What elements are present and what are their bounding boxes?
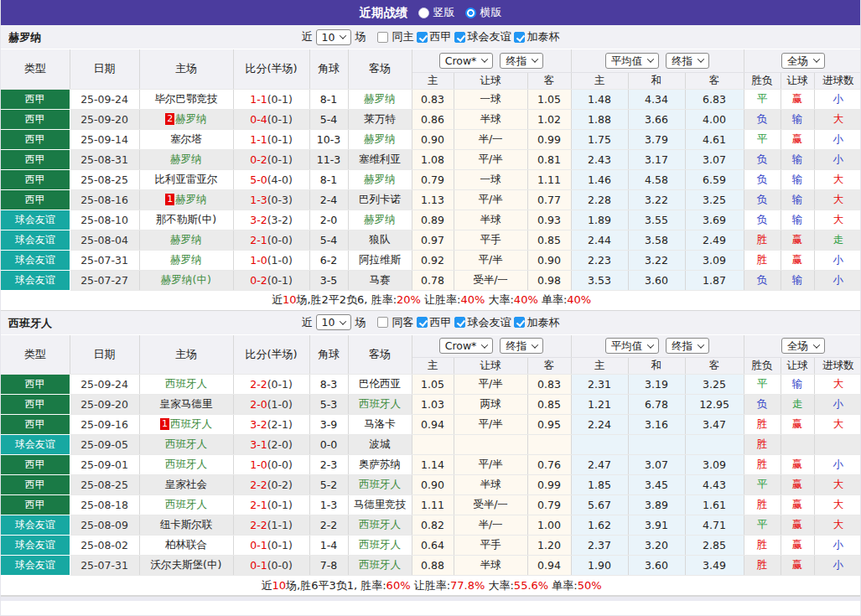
same-away-checkbox[interactable] (377, 317, 388, 328)
away-team-link[interactable]: 巴列卡诺 (359, 193, 401, 205)
home-team-link[interactable]: 柏林联合 (165, 538, 207, 551)
league-checkbox-friendly[interactable]: 球会友谊 (454, 29, 511, 44)
radio-horizontal-label: 横版 (480, 5, 502, 20)
red-card-badge: 2 (165, 113, 174, 125)
score-cell: 2-1(0-0) (233, 230, 309, 250)
result-handicap-cell: 输 (781, 169, 814, 189)
league-checkbox-catalan-cup[interactable]: 加泰杯 (514, 29, 559, 44)
odds-company-select[interactable]: Crow* (439, 338, 494, 354)
odds-handicap-cell: 平/半 (454, 375, 527, 395)
league-checkbox-laliga[interactable]: 西甲 (417, 29, 451, 44)
away-team-link[interactable]: 赫罗纳 (364, 173, 396, 185)
home-team-link[interactable]: 皇家马德里 (160, 397, 213, 410)
match-row: 西甲25-08-31赫罗纳0-2(0-1)11-3塞维利亚1.08平/半0.81… (1, 149, 861, 169)
league-checkbox-catalan-cup[interactable]: 加泰杯 (514, 315, 559, 330)
avg-home-cell: 1.46 (571, 169, 628, 189)
home-team-link[interactable]: 赫罗纳 (175, 193, 207, 205)
same-home-checkbox[interactable] (377, 32, 388, 43)
sub-header-avg-draw: 和 (628, 358, 685, 375)
home-team-link[interactable]: 赫罗纳 (170, 253, 202, 266)
away-team-link[interactable]: 西班牙人 (359, 558, 401, 571)
corners-cell: 1-3 (309, 495, 348, 515)
odds-company-select[interactable]: Crow* (439, 53, 494, 69)
home-team-link[interactable]: 西班牙人 (165, 498, 207, 510)
match-count-select[interactable]: 10 (316, 314, 352, 330)
away-team-link[interactable]: 奥萨苏纳 (359, 458, 401, 470)
scope-select[interactable]: 全场 (781, 338, 825, 354)
avg-away-cell: 3.69 (685, 210, 744, 230)
home-team-link[interactable]: 西班牙人 (165, 458, 207, 470)
title-bar: 近期战绩 竖版 横版 (1, 0, 860, 25)
match-row: 球会友谊25-07-31赫罗纳1-0(1-0)6-2阿拉维斯0.92平/半0.9… (1, 250, 861, 270)
home-team-link[interactable]: 西班牙人 (165, 377, 207, 390)
result-handicap-cell: 赢 (781, 495, 814, 515)
result-goals-cell: 小 (814, 270, 861, 290)
home-team-link[interactable]: 赫罗纳 (175, 112, 207, 125)
away-team-link[interactable]: 赫罗纳 (364, 92, 396, 105)
away-team-cell: 赫罗纳 (348, 210, 412, 230)
result-outcome-cell: 平 (744, 89, 781, 109)
home-team-link[interactable]: 纽卡斯尔联 (160, 518, 213, 531)
away-team-link[interactable]: 莱万特 (364, 112, 396, 125)
chevron-down-icon (481, 56, 488, 63)
away-team-link[interactable]: 狼队 (370, 233, 391, 246)
away-team-link[interactable]: 马洛卡 (364, 417, 396, 430)
score-cell: 1-1(0-1) (233, 89, 309, 109)
checkbox-checked-icon (417, 317, 428, 328)
away-team-link[interactable]: 马德里竞技 (354, 498, 407, 510)
away-team-link[interactable]: 马赛 (370, 273, 391, 286)
home-team-link[interactable]: 赫罗纳(中) (161, 273, 211, 286)
avg-stage-select[interactable]: 终指 (666, 53, 709, 69)
full-time-score: 0-1 (250, 559, 267, 572)
home-team-link[interactable]: 西班牙人 (165, 437, 207, 450)
score-cell: 1-3(0-3) (233, 189, 309, 210)
away-team-link[interactable]: 塞维利亚 (359, 153, 401, 165)
away-team-link[interactable]: 阿拉维斯 (359, 253, 401, 266)
corners-cell: 2-4 (309, 189, 348, 210)
avg-stage-select[interactable]: 终指 (666, 338, 709, 354)
match-count-select[interactable]: 10 (316, 29, 352, 45)
sub-header-odds-away: 客 (527, 72, 571, 89)
avg-away-cell: 4.71 (685, 515, 744, 536)
home-team-link[interactable]: 沃尔夫斯堡(中) (151, 558, 222, 571)
home-team-link[interactable]: 西班牙人 (170, 417, 212, 430)
result-outcome-cell: 胜 (744, 415, 781, 435)
avg-draw-cell: 3.22 (628, 250, 685, 270)
full-time-score: 3-2 (250, 214, 267, 226)
result-handicap-cell: 输 (781, 109, 814, 129)
away-team-link[interactable]: 波城 (370, 437, 391, 450)
away-team-link[interactable]: 巴伦西亚 (359, 377, 401, 390)
avg-home-cell: 2.37 (571, 536, 628, 556)
away-team-link[interactable]: 赫罗纳 (364, 132, 396, 145)
avg-home-cell (571, 435, 628, 455)
layout-radio-horizontal[interactable]: 横版 (465, 5, 502, 20)
avg-home-cell: 3.53 (571, 270, 628, 290)
home-team-link[interactable]: 塞尔塔 (170, 132, 202, 145)
home-team-link[interactable]: 赫罗纳 (170, 153, 202, 165)
radio-vertical-label: 竖版 (433, 5, 455, 20)
home-team-cell: 西班牙人 (139, 495, 233, 515)
away-team-link[interactable]: 西班牙人 (359, 518, 401, 531)
odds-stage-select[interactable]: 终指 (500, 53, 543, 69)
away-team-link[interactable]: 西班牙人 (359, 397, 401, 410)
home-team-link[interactable]: 那不勒斯(中) (156, 213, 216, 225)
home-team-link[interactable]: 毕尔巴鄂竞技 (155, 92, 218, 105)
league-checkbox-friendly[interactable]: 球会友谊 (454, 315, 511, 330)
away-team-link[interactable]: 赫罗纳 (364, 213, 396, 225)
odds-handicap-cell: 平手 (454, 230, 527, 250)
odds-stage-select[interactable]: 终指 (500, 338, 543, 354)
home-team-link[interactable]: 皇家社会 (165, 478, 207, 490)
away-team-link[interactable]: 西班牙人 (359, 478, 401, 490)
home-team-link[interactable]: 赫罗纳 (170, 233, 202, 246)
full-time-score: 2-1 (250, 234, 267, 246)
team-filter-bar-espanyol: 西班牙人 近 10 场 同客 西甲 球会友谊 加泰杯 (1, 311, 860, 335)
avg-company-select[interactable]: 平均值 (605, 338, 660, 354)
scope-select[interactable]: 全场 (781, 53, 825, 69)
avg-company-select[interactable]: 平均值 (605, 53, 660, 69)
away-team-cell: 赫罗纳 (348, 89, 412, 109)
result-goals-cell (814, 435, 861, 455)
league-checkbox-laliga[interactable]: 西甲 (417, 315, 451, 330)
home-team-link[interactable]: 比利亚雷亚尔 (155, 173, 218, 185)
away-team-link[interactable]: 西班牙人 (359, 538, 401, 551)
layout-radio-vertical[interactable]: 竖版 (418, 5, 455, 20)
